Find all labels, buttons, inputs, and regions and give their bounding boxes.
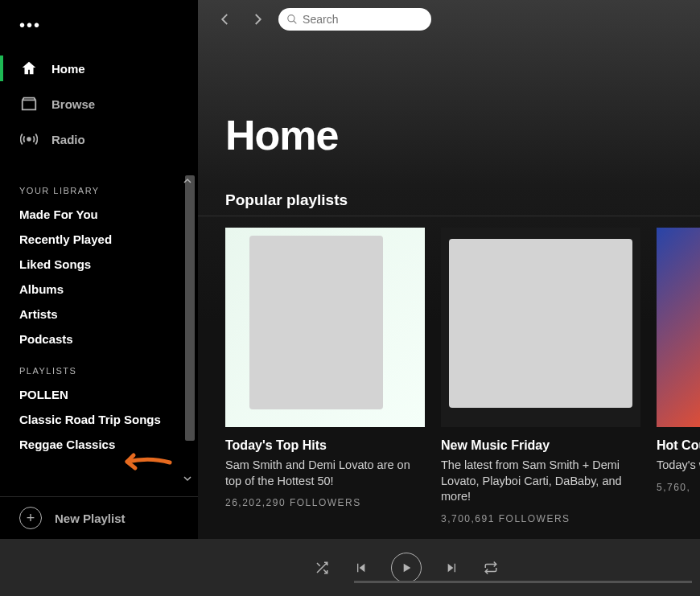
window-menu-dots[interactable]: •••	[0, 0, 198, 43]
play-button[interactable]	[391, 553, 422, 583]
playlist-pollen[interactable]: POLLEN	[0, 382, 198, 407]
playlist-description: The latest from Sam Smith + Demi Lovato,…	[441, 458, 640, 505]
playlist-card[interactable]: Today's Top Hits Sam Smith and Demi Lova…	[225, 228, 425, 524]
back-button[interactable]	[214, 8, 237, 31]
next-button[interactable]	[444, 560, 460, 576]
plus-icon: +	[19, 507, 42, 529]
previous-button[interactable]	[352, 560, 369, 576]
nav-home[interactable]: Home	[0, 51, 198, 86]
player-bar	[0, 539, 700, 596]
sidebar-scrollbar[interactable]	[185, 175, 195, 473]
playlist-followers: 3,700,691 FOLLOWERS	[441, 513, 640, 524]
radio-icon	[19, 129, 39, 149]
new-playlist-button[interactable]: + New Playlist	[0, 496, 198, 539]
library-albums[interactable]: Albums	[0, 277, 198, 302]
playlist-card[interactable]: Hot Country Today's week, w Georgia 5,76…	[657, 228, 700, 524]
nav-browse-label: Browse	[51, 97, 95, 111]
playlist-cover	[657, 228, 700, 427]
playlist-card[interactable]: New Music Friday The latest from Sam Smi…	[441, 228, 640, 524]
home-icon	[19, 59, 39, 78]
playlist-reggae-classics[interactable]: Reggae Classics	[0, 432, 198, 457]
forward-button[interactable]	[246, 8, 269, 31]
nav-radio[interactable]: Radio	[0, 121, 198, 157]
page-title: Home	[198, 39, 700, 183]
playlist-followers: 26,202,290 FOLLOWERS	[225, 497, 425, 508]
playlist-classic-road-trip[interactable]: Classic Road Trip Songs	[0, 407, 198, 432]
search-field[interactable]	[278, 8, 431, 31]
playlist-description: Today's week, w Georgia	[657, 458, 700, 474]
sidebar: ••• Home Browse Radio YOUR LIBRARY Made …	[0, 0, 198, 539]
playlist-followers: 5,760,	[657, 482, 700, 493]
chevron-down-icon[interactable]	[183, 475, 191, 483]
library-liked-songs[interactable]: Liked Songs	[0, 252, 198, 277]
search-icon	[286, 13, 298, 26]
playlists-section-label: PLAYLISTS	[0, 351, 198, 382]
nav-main: Home Browse Radio	[0, 43, 198, 171]
library-made-for-you[interactable]: Made For You	[0, 202, 198, 227]
repeat-button[interactable]	[483, 560, 499, 576]
nav-home-label: Home	[51, 62, 85, 76]
playlist-name: Today's Top Hits	[225, 438, 425, 453]
playlist-cards: Today's Top Hits Sam Smith and Demi Lova…	[198, 228, 700, 524]
playlist-cover	[225, 228, 425, 427]
library-recently-played[interactable]: Recently Played	[0, 227, 198, 252]
browse-icon	[19, 94, 39, 113]
svg-point-0	[27, 138, 31, 141]
search-input[interactable]	[303, 13, 423, 26]
sidebar-scrollbar-thumb[interactable]	[185, 175, 195, 441]
player-controls	[314, 553, 499, 583]
playlist-name: New Music Friday	[441, 438, 640, 453]
main-content: Home Popular playlists Today's Top Hits …	[198, 0, 700, 539]
library-podcasts[interactable]: Podcasts	[0, 327, 198, 351]
nav-radio-label: Radio	[51, 133, 85, 146]
new-playlist-label: New Playlist	[55, 512, 126, 525]
shuffle-button[interactable]	[314, 560, 330, 576]
svg-point-1	[288, 15, 294, 22]
playlist-cover	[441, 228, 640, 427]
progress-bar[interactable]	[354, 581, 692, 583]
section-title: Popular playlists	[198, 183, 700, 216]
nav-browse[interactable]: Browse	[0, 86, 198, 121]
topbar	[198, 0, 700, 39]
library-section-label: YOUR LIBRARY	[0, 171, 198, 202]
playlist-description: Sam Smith and Demi Lovato are on top of …	[225, 458, 425, 489]
playlist-name: Hot Country	[657, 438, 700, 453]
library-artists[interactable]: Artists	[0, 302, 198, 327]
chevron-up-icon[interactable]	[183, 177, 191, 185]
